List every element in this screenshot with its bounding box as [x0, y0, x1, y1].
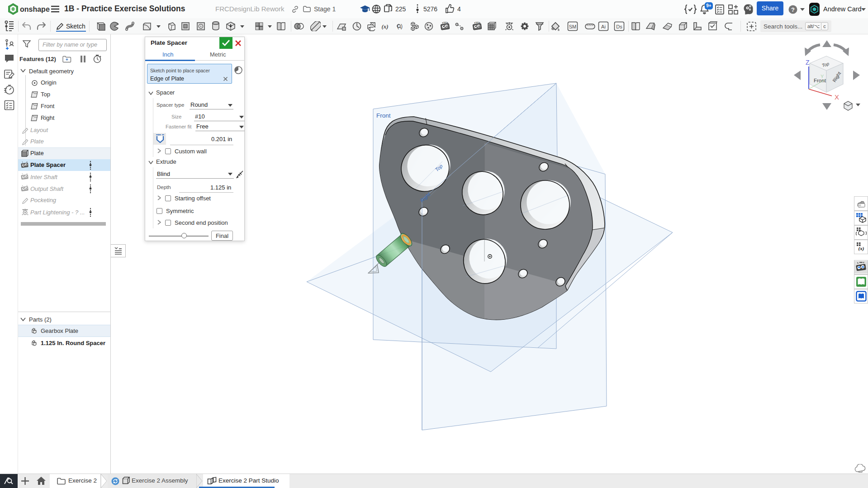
svg-text:(x): (x) — [381, 23, 388, 30]
svg-text:?: ? — [791, 6, 795, 13]
svg-text:Front: Front — [376, 112, 391, 119]
svg-text:WM: WM — [475, 22, 479, 24]
svg-text:X: X — [835, 93, 839, 101]
svg-text:Ai: Ai — [601, 24, 606, 29]
svg-text:(x): (x) — [859, 246, 864, 251]
svg-text:Y: Y — [821, 74, 824, 79]
svg-text:): ) — [401, 23, 403, 29]
svg-text:Z: Z — [806, 59, 810, 66]
svg-text:SM: SM — [569, 24, 577, 29]
svg-text:101: 101 — [859, 261, 863, 264]
svg-text:WM: WM — [443, 22, 447, 24]
svg-text:Ds: Ds — [616, 24, 622, 29]
